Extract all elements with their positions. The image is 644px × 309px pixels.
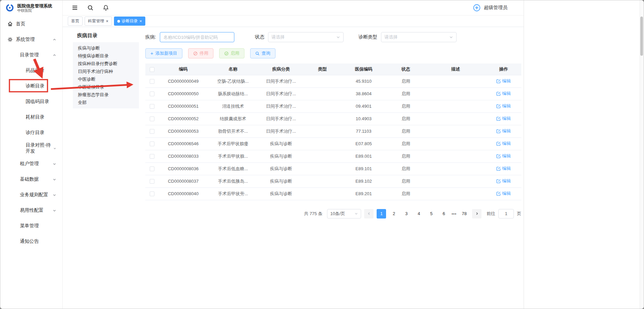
sidebar-item-tenant-mgmt[interactable]: 租户管理 [0,156,62,172]
select-all-checkbox[interactable] [150,67,154,72]
col-type: 类型 [304,63,341,75]
row-checkbox[interactable] [150,92,154,96]
sidebar-item-catalog-compare[interactable]: 目录对照-待开发 [0,140,62,156]
pages-ellipsis[interactable]: ••• [451,212,457,216]
tree-item[interactable]: 中医证候目录 [73,83,139,91]
sidebar-item-drug-catalog[interactable]: 药品目录 [0,63,62,78]
edit-button[interactable]: 编辑 [496,140,511,147]
sidebar-item-system-mgmt[interactable]: 系统管理 [0,32,62,47]
edit-button[interactable]: 编辑 [496,128,511,134]
edit-button[interactable]: 编辑 [496,165,511,172]
cell-type [304,100,341,112]
row-checkbox[interactable] [150,191,154,196]
sidebar-menu: 首页 系统管理 目录管理 药品目录 诊断目录 国临码目 [0,16,62,249]
sidebar-item-label: 租户管理 [20,161,39,167]
add-item-button[interactable]: + 添加新项目 [145,48,182,58]
row-checkbox[interactable] [150,141,154,146]
sidebar-item-clinical-code-catalog[interactable]: 国临码目录 [0,94,62,109]
disease-search-input[interactable] [160,32,234,42]
sidebar-item-usability-config[interactable]: 易用性配置 [0,203,62,218]
tab-dept-mgmt[interactable]: 科室管理 × [85,17,112,26]
tree-item[interactable]: 特慢病诊断目录 [73,52,139,60]
edit-button[interactable]: 编辑 [496,115,511,122]
cell-name: 手术后甲状腺瘘 [208,137,258,150]
tab-label: 科室管理 [88,18,104,24]
cell-insurance-code: 38.8604 [341,87,386,100]
cell-type [304,87,341,100]
tab-diagnosis-catalog[interactable]: 诊断目录 × [114,17,146,26]
row-checkbox[interactable] [150,129,154,134]
tree-item[interactable]: 按病种目录付费诊断 [73,60,139,68]
cell-type [304,75,341,87]
notification-bell-icon[interactable] [103,4,109,11]
row-checkbox[interactable] [150,154,154,159]
col-name: 名称 [208,63,258,75]
tab-home[interactable]: 首页 [68,17,83,26]
close-icon[interactable]: × [106,19,109,23]
sidebar-item-catalog-mgmt[interactable]: 目录管理 [0,47,62,63]
page-size-select[interactable]: 10条/页 [327,209,361,218]
tree-item[interactable]: 疾病与诊断 [73,44,139,52]
row-checkbox[interactable] [150,79,154,84]
edit-button[interactable]: 编辑 [496,103,511,109]
cell-insurance-code: E89.001 [341,150,386,162]
query-button[interactable]: 查询 [250,48,275,58]
sidebar-item-menu-mgmt[interactable]: 菜单管理 [0,218,62,234]
toolbar: + 添加新项目 停用 启用 查询 [145,48,521,58]
sidebar-item-basic-data[interactable]: 基础数据 [0,172,62,187]
page-button-4[interactable]: 4 [414,209,423,218]
tree-item[interactable]: 日间手术治疗病种 [73,68,139,75]
sidebar-item-consumable-catalog[interactable]: 耗材目录 [0,109,62,125]
prev-page-button[interactable] [364,209,374,218]
goto-page-input[interactable] [498,209,514,218]
cell-code: CD0000008037 [159,175,208,187]
sidebar-item-business-rules[interactable]: 业务规则配置 [0,187,62,203]
page-button-2[interactable]: 2 [389,209,399,218]
table-row: CD0000000052 结膜囊成形术 日间手术治疗... 10.4903 启用 [145,112,521,125]
sidebar-item-diagnosis-catalog[interactable]: 诊断目录 [0,78,62,94]
enable-button[interactable]: 启用 [219,48,244,58]
chevron-down-icon [53,162,56,166]
edit-button[interactable]: 编辑 [496,178,511,184]
row-checkbox[interactable] [150,179,154,184]
app-title: 医院信息管理系统 [17,3,52,8]
tree-item[interactable]: 中医诊断 [73,75,139,83]
cell-code: CD0000006546 [159,137,208,150]
scrollbar-thumb[interactable] [640,17,643,56]
cell-actions: 编辑 [486,187,521,200]
edit-button[interactable]: 编辑 [496,190,511,197]
chevron-down-icon [53,193,56,197]
search-icon[interactable] [87,4,94,11]
page-button-last[interactable]: 78 [460,209,469,218]
edit-button[interactable]: 编辑 [496,78,511,84]
sidebar-item-home[interactable]: 首页 [0,16,62,32]
row-checkbox[interactable] [150,104,154,109]
page-button-5[interactable]: 5 [427,209,436,218]
table-body: CD0000000049 空肠-乙状结肠... 日间手术治疗... 45.931… [145,75,521,200]
disable-button[interactable]: 停用 [188,48,213,58]
row-checkbox[interactable] [150,117,154,121]
diag-type-select[interactable]: 请选择 [381,32,457,42]
cell-type [304,187,341,200]
checkbox-cell [145,150,159,162]
edit-button[interactable]: 编辑 [496,153,511,159]
tree-item[interactable]: 全部 [73,99,139,106]
next-page-button[interactable] [472,209,481,218]
page-button-6[interactable]: 6 [439,209,448,218]
tree-item[interactable]: 肿瘤形态学目录 [73,91,139,99]
user-menu[interactable]: 超级管理员 [473,4,507,12]
enable-label: 启用 [231,50,239,56]
page-button-3[interactable]: 3 [402,209,411,218]
hamburger-menu-icon[interactable] [71,4,78,11]
page-button-1[interactable]: 1 [377,209,386,218]
app-window: 医院信息管理系统 中联医院 首页 系统管理 目录管理 [0,0,524,309]
close-icon[interactable]: × [140,19,142,23]
chevron-right-icon [475,212,479,215]
cell-description [425,137,486,150]
row-checkbox[interactable] [150,166,154,171]
edit-button[interactable]: 编辑 [496,91,511,97]
table-row: CD0000006546 手术后甲状腺瘘 疾病与诊断 E07.805 启用 [145,137,521,150]
status-select[interactable]: 请选择 [268,32,344,42]
sidebar-item-notice[interactable]: 通知公告 [0,234,62,249]
sidebar-item-treatment-catalog[interactable]: 诊疗目录 [0,125,62,140]
